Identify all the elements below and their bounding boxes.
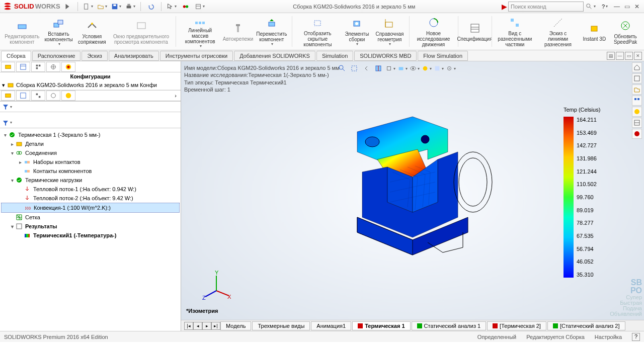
prev-view-icon[interactable] bbox=[361, 63, 371, 73]
view-palette-icon[interactable] bbox=[632, 96, 642, 106]
move-component-button[interactable]: Переместить компонент▾ bbox=[254, 14, 290, 49]
status-help-icon[interactable]: ? bbox=[632, 333, 640, 341]
component-contacts-node[interactable]: Контакты компонентов bbox=[1, 166, 180, 176]
print-button[interactable]: ▾ bbox=[123, 1, 137, 12]
property-tab[interactable] bbox=[16, 62, 30, 72]
apply-scene-icon[interactable]: ▾ bbox=[434, 63, 444, 73]
tab-assembly[interactable]: Сборка bbox=[1, 51, 31, 61]
view-orientation-icon[interactable]: ▾ bbox=[385, 63, 395, 73]
tab-nav-prev[interactable]: ◂ bbox=[193, 322, 202, 330]
tab-nav-first[interactable]: |◂ bbox=[184, 322, 193, 330]
tab-addins[interactable]: Добавления SOLIDWORKS bbox=[234, 51, 315, 61]
zoom-fit-icon[interactable] bbox=[337, 63, 347, 73]
tab-static1[interactable]: Статический анализ 1 bbox=[412, 321, 487, 330]
expand-icon[interactable]: ▤ bbox=[607, 52, 615, 60]
view-settings-icon[interactable]: ▾ bbox=[446, 63, 456, 73]
sim-tree-tab[interactable] bbox=[1, 91, 15, 101]
status-settings[interactable]: Настройка bbox=[595, 334, 622, 340]
undo-button[interactable] bbox=[144, 1, 158, 12]
edit-component-button[interactable]: Редактировать компонент bbox=[3, 14, 41, 49]
search-button[interactable]: ▾ bbox=[584, 1, 598, 12]
options-button[interactable]: ▾ bbox=[193, 1, 207, 12]
ref-geometry-button[interactable]: Справочная геометрия▾ bbox=[372, 14, 407, 49]
save-button[interactable]: ▾ bbox=[109, 1, 123, 12]
sim-dim-tab[interactable] bbox=[46, 91, 60, 101]
tab-nav-next[interactable]: ▸ bbox=[202, 322, 211, 330]
instant-3d-button[interactable]: Instant 3D bbox=[580, 14, 609, 49]
hide-show-icon[interactable]: ▾ bbox=[410, 63, 420, 73]
tab-evaluate[interactable]: Анализировать bbox=[109, 51, 159, 61]
explode-line-sketch-button[interactable]: Эскиз с линиями разнесения bbox=[537, 14, 579, 49]
feature-tree-tab[interactable] bbox=[1, 62, 15, 72]
heat-flow-2[interactable]: Тепловой поток-2 (:На объект: 9.42 W:) bbox=[1, 194, 180, 203]
open-file-button[interactable]: ▾ bbox=[95, 1, 109, 12]
thermal-loads-node[interactable]: ▾Термические нагрузки bbox=[1, 176, 180, 185]
results-node[interactable]: ▾Результаты bbox=[1, 222, 180, 231]
filter-icon[interactable] bbox=[2, 119, 9, 126]
tab-static2[interactable]: [Статический анализ 2] bbox=[547, 321, 625, 330]
new-file-button[interactable]: ▾ bbox=[81, 1, 95, 12]
tab-simulation[interactable]: Simulation bbox=[316, 51, 353, 61]
study-node[interactable]: ▾Термическая 1 (-Зеркало 5 мм-) bbox=[1, 130, 180, 139]
minimize-button[interactable]: — bbox=[612, 2, 622, 12]
display-style-icon[interactable]: ▾ bbox=[397, 63, 408, 73]
panel-nav-icon[interactable]: › bbox=[172, 93, 180, 99]
zoom-area-icon[interactable] bbox=[349, 63, 359, 73]
restore-button[interactable]: ▭ bbox=[622, 2, 632, 12]
preview-window-button[interactable]: Окно предварительного просмотра компонен… bbox=[109, 14, 173, 49]
thermal-result-node[interactable]: Термический1 (-Температура-) bbox=[1, 231, 180, 240]
tab-mbd[interactable]: SOLIDWORKS MBD bbox=[354, 51, 417, 61]
sim-props-tab[interactable] bbox=[16, 91, 30, 101]
view-triad[interactable]: X Y Z bbox=[201, 271, 231, 301]
edit-appearance-icon[interactable]: ▾ bbox=[422, 63, 432, 73]
mate-button[interactable]: Условия сопряжения bbox=[76, 14, 108, 49]
motion-study-button[interactable]: Новое исследование движения bbox=[411, 14, 456, 49]
parts-node[interactable]: ▸Детали bbox=[1, 139, 180, 148]
display-tab[interactable] bbox=[61, 62, 75, 72]
tab-animation[interactable]: Анимация1 bbox=[311, 321, 351, 330]
play-icon[interactable] bbox=[60, 1, 74, 12]
search-input[interactable]: Поиск команд bbox=[508, 2, 584, 12]
sim-config-tab[interactable] bbox=[31, 91, 45, 101]
mesh-node[interactable]: Сетка bbox=[1, 213, 180, 222]
tab-thermal1[interactable]: Термическая 1 bbox=[352, 321, 410, 330]
vp-restore-button[interactable]: ▭ bbox=[625, 52, 633, 60]
custom-props-icon[interactable] bbox=[632, 118, 642, 128]
speedpak-button[interactable]: Обновить SpeedPak bbox=[610, 14, 641, 49]
tab-sketch[interactable]: Эскиз bbox=[82, 51, 107, 61]
config-tab[interactable] bbox=[31, 62, 45, 72]
close-button[interactable]: ✕ bbox=[632, 2, 642, 12]
convection-node[interactable]: Конвекция-1 (:100 W/(m^2.K):) bbox=[1, 203, 180, 213]
tab-3dviews[interactable]: Трехмерные виды bbox=[252, 321, 310, 330]
graphics-viewport[interactable]: Имя модели:Сборка KGM20-Solidworks 2016 … bbox=[181, 61, 644, 331]
linear-pattern-button[interactable]: Линейный массив компонентов▾ bbox=[178, 14, 222, 49]
bom-button[interactable]: Спецификация bbox=[460, 14, 490, 49]
library-icon[interactable] bbox=[632, 73, 642, 83]
appearances-icon[interactable] bbox=[632, 107, 642, 117]
show-hidden-button[interactable]: Отобразить скрытые компоненты bbox=[294, 14, 341, 49]
tab-model[interactable]: Модель bbox=[220, 321, 251, 330]
rebuild-button[interactable] bbox=[179, 1, 193, 12]
help-button[interactable]: ?▾ bbox=[598, 1, 612, 12]
dimxpert-tab[interactable] bbox=[46, 62, 60, 72]
vp-close-button[interactable]: ✕ bbox=[634, 52, 642, 60]
tab-nav-last[interactable]: ▸| bbox=[211, 322, 220, 330]
heat-flow-1[interactable]: Тепловой поток-1 (:На объект: 0.942 W:) bbox=[1, 185, 180, 194]
contact-sets-node[interactable]: ▸Наборы контактов bbox=[1, 157, 180, 166]
section-view-icon[interactable] bbox=[373, 63, 383, 73]
config-item[interactable]: ▾ Сборка KGM20-Solidworks 2016 и зеркало… bbox=[0, 80, 181, 90]
insert-components-button[interactable]: Вставить компоненты▾ bbox=[42, 14, 75, 49]
tab-flow[interactable]: Flow Simulation bbox=[418, 51, 468, 61]
vp-minimize-button[interactable]: — bbox=[616, 52, 624, 60]
tab-render[interactable]: Инструменты отрисовки bbox=[160, 51, 233, 61]
tab-thermal2[interactable]: [Термическая 2] bbox=[487, 321, 546, 330]
sim-display-tab[interactable] bbox=[61, 91, 75, 101]
assembly-features-button[interactable]: Элементы сборки▾ bbox=[342, 14, 371, 49]
home-icon[interactable] bbox=[632, 62, 642, 72]
select-button[interactable]: ▾ bbox=[165, 1, 179, 12]
tab-layout[interactable]: Расположение bbox=[32, 51, 81, 61]
forum-icon[interactable] bbox=[632, 129, 642, 139]
smart-fasteners-button[interactable]: Автокрепежи bbox=[223, 14, 253, 49]
explorer-icon[interactable] bbox=[632, 84, 642, 95]
exploded-view-button[interactable]: Вид с разнесенными частями bbox=[494, 14, 536, 49]
